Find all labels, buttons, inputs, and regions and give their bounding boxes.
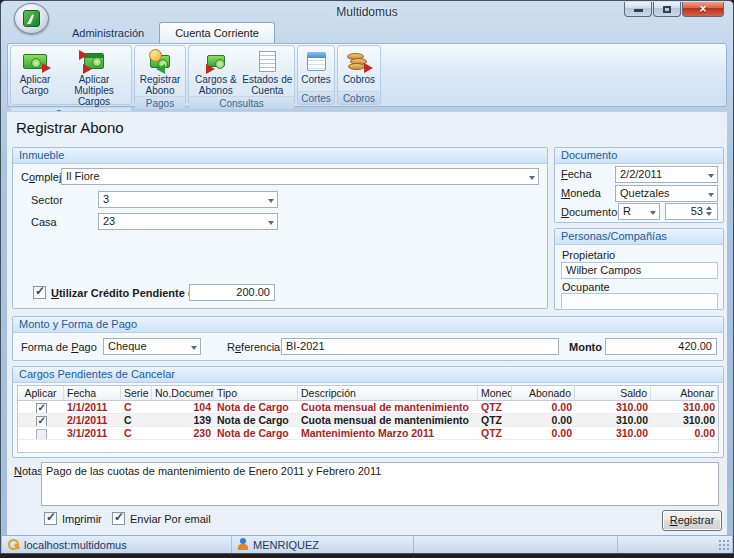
- documento-numero-stepper[interactable]: 53: [665, 203, 718, 220]
- notas-textarea[interactable]: Pago de las cuotas de mantenimiento de E…: [41, 462, 719, 506]
- enviar-email-checkbox[interactable]: [112, 512, 125, 525]
- ribbon-button-estados-de-cuenta[interactable]: Estados de Cuenta: [242, 47, 294, 96]
- propietario-field: Wilber Campos: [561, 262, 718, 279]
- propietario-label: Propietario: [562, 249, 615, 261]
- ribbon-group-consultas: Cargos & Abonos Estados de Cuenta Consul…: [188, 45, 295, 105]
- ribbon-group-label-cortes: Cortes: [298, 91, 334, 104]
- column-header-aplicar[interactable]: Aplicar: [18, 386, 64, 401]
- groupbox-documento-header: Documento: [555, 148, 723, 164]
- ribbon-button-cortes[interactable]: Cortes: [299, 47, 333, 91]
- spinner-arrows-icon[interactable]: [706, 206, 715, 216]
- window-controls: ×: [623, 2, 724, 17]
- ribbon-group-label-cobros: Cobros: [338, 91, 380, 104]
- groupbox-documento: Documento Fecha 2/2/2011 Moneda Quetzale…: [554, 147, 724, 223]
- cargos-table-header-row: Aplicar Fecha Serie No.Documento Tipo De…: [18, 386, 718, 401]
- notas-label: Notas: [14, 465, 43, 477]
- ribbon-button-aplicar-cargo[interactable]: Aplicar Cargo: [12, 47, 58, 107]
- minimize-button[interactable]: [624, 2, 652, 17]
- app-menu-button[interactable]: [14, 3, 49, 34]
- ribbon-button-registrar-abono[interactable]: Registrar Abono: [136, 47, 184, 96]
- bill-red-arrow-small-icon: [207, 49, 225, 73]
- minimize-icon: [634, 9, 643, 12]
- app-logo-icon: [23, 10, 40, 27]
- key-icon: [7, 538, 20, 551]
- moneda-label: Moneda: [561, 187, 601, 199]
- table-row[interactable]: 2/1/2011 C 139 Nota de Cargo Cuota mensu…: [18, 414, 718, 427]
- tab-cuenta-corriente[interactable]: Cuenta Corriente: [159, 22, 275, 44]
- coin-stack-red-arrow-icon: [347, 49, 371, 73]
- column-header-saldo[interactable]: Saldo: [575, 386, 651, 401]
- column-header-abonar[interactable]: Abonar: [651, 386, 718, 401]
- row-aplicar-checkbox[interactable]: [36, 429, 47, 439]
- app-window: Multidomus × Administración Cuenta Corri…: [0, 0, 734, 554]
- ribbon-group-cargos: Aplicar Cargo Aplicar Multiples Cargos C…: [10, 45, 132, 105]
- calendar-icon: [307, 49, 326, 73]
- row-aplicar-checkbox[interactable]: [36, 416, 47, 426]
- referencia-field[interactable]: BI-2021: [281, 338, 559, 355]
- column-header-descripcion[interactable]: Descripción: [298, 386, 478, 401]
- monto-label: Monto: [569, 341, 602, 353]
- status-bar: localhost:multidomus MENRIQUEZ: [2, 535, 732, 553]
- ribbon-button-cobros[interactable]: Cobros: [339, 47, 379, 91]
- maximize-button[interactable]: [653, 2, 681, 17]
- chevron-down-icon[interactable]: [708, 174, 714, 178]
- chevron-down-icon[interactable]: [268, 221, 274, 225]
- column-header-serie[interactable]: Serie: [121, 386, 152, 401]
- money-bill-red-arrow-icon: [23, 49, 47, 73]
- groupbox-monto-header: Monto y Forma de Pago: [13, 317, 723, 333]
- column-header-abonado[interactable]: Abonado: [512, 386, 575, 401]
- page-title: Registrar Abono: [16, 119, 124, 136]
- monto-field[interactable]: 420.00: [605, 338, 717, 355]
- documento-label: Documento: [561, 206, 617, 218]
- status-empty: [618, 536, 732, 553]
- moneda-select[interactable]: Quetzales: [615, 185, 718, 202]
- fecha-label: Fecha: [561, 168, 592, 180]
- casa-label: Casa: [31, 216, 57, 228]
- ribbon-group-label-pagos: Pagos: [135, 96, 185, 109]
- maximize-icon: [663, 6, 671, 13]
- column-header-fecha[interactable]: Fecha: [64, 386, 121, 401]
- status-user: MENRIQUEZ: [232, 536, 414, 553]
- title-bar[interactable]: Multidomus ×: [2, 2, 732, 20]
- forma-de-pago-label: Forma de Pago: [21, 341, 97, 353]
- chevron-down-icon[interactable]: [529, 176, 535, 180]
- ocupante-field: [561, 293, 718, 310]
- casa-select[interactable]: 23: [98, 213, 278, 230]
- complejo-select[interactable]: Il Fiore: [61, 168, 539, 185]
- row-aplicar-checkbox[interactable]: [36, 403, 47, 413]
- chevron-down-icon[interactable]: [191, 346, 197, 350]
- ribbon-group-cortes: Cortes Cortes: [297, 45, 335, 105]
- ribbon-group-pagos: Registrar Abono Pagos: [134, 45, 186, 105]
- groupbox-inmueble-header: Inmueble: [13, 148, 547, 164]
- ribbon-button-aplicar-multiples-cargos[interactable]: Aplicar Multiples Cargos: [58, 47, 130, 107]
- column-header-no-documento[interactable]: No.Documento: [152, 386, 214, 401]
- credito-checkbox[interactable]: [33, 286, 46, 299]
- money-bills-red-arrows-icon: [84, 49, 104, 73]
- chevron-down-icon[interactable]: [708, 193, 714, 197]
- ribbon-group-label-consultas: Consultas: [189, 96, 294, 109]
- imprimir-checkbox[interactable]: [44, 512, 57, 525]
- ribbon-group-cobros: Cobros Cobros: [337, 45, 381, 105]
- chevron-down-icon[interactable]: [268, 199, 274, 203]
- forma-de-pago-select[interactable]: Cheque: [103, 338, 201, 355]
- table-row[interactable]: 3/1/2011 C 230 Nota de Cargo Mantenimien…: [18, 427, 718, 440]
- resize-grip[interactable]: [718, 539, 730, 551]
- close-button[interactable]: ×: [682, 2, 724, 17]
- close-icon: ×: [683, 2, 723, 16]
- bill-coin-green-arrow-icon: [150, 49, 170, 73]
- documento-tipo-select[interactable]: R: [618, 203, 660, 220]
- cargos-table: Aplicar Fecha Serie No.Documento Tipo De…: [17, 385, 719, 453]
- fecha-select[interactable]: 2/2/2011: [615, 166, 718, 183]
- groupbox-inmueble: Inmueble Complejo Il Fiore Sector 3 Casa…: [12, 147, 548, 309]
- ribbon-button-cargos-abonos[interactable]: Cargos & Abonos: [190, 47, 242, 96]
- sector-select[interactable]: 3: [98, 191, 278, 208]
- tab-administracion[interactable]: Administración: [57, 23, 159, 43]
- table-row[interactable]: 1/1/2011 C 104 Nota de Cargo Cuota mensu…: [18, 401, 718, 414]
- groupbox-personas-header: Personas/Compañías: [555, 229, 723, 245]
- credito-amount-field[interactable]: 200.00: [189, 284, 275, 301]
- registrar-button[interactable]: Registrar: [662, 510, 722, 531]
- column-header-moneda[interactable]: Moneda: [478, 386, 512, 401]
- sector-label: Sector: [31, 194, 63, 206]
- chevron-down-icon[interactable]: [650, 211, 656, 215]
- column-header-tipo[interactable]: Tipo: [214, 386, 298, 401]
